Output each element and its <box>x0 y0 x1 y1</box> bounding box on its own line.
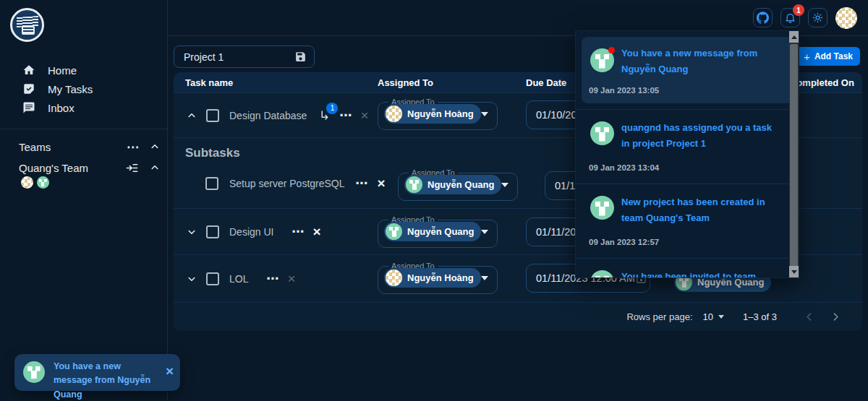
task-more-button[interactable]: ⋯ <box>266 272 279 285</box>
chevron-down-icon <box>501 183 509 187</box>
notification-time: 09 Jan 2023 12:57 <box>589 238 659 246</box>
scroll-up-button[interactable] <box>789 31 799 43</box>
chevron-down-icon <box>481 112 488 116</box>
assignee-name: Nguyễn Hoàng <box>407 272 474 283</box>
avatar-nguyen-quang <box>590 196 614 220</box>
task-more-button[interactable]: ⋯ <box>292 225 305 238</box>
team-row[interactable]: Quang's Team <box>0 160 167 176</box>
message-toast: You have a new message from Nguyễn Quang… <box>14 354 180 391</box>
sidebar-nav: Home My Tasks Inbox <box>0 61 167 117</box>
tasks-icon <box>22 82 35 95</box>
avatar-nguyen-quang <box>23 361 45 383</box>
notification-item[interactable]: You have a new message from Nguyễn Quang… <box>582 37 793 103</box>
user-avatar[interactable] <box>835 7 857 29</box>
avatar-nguyen-quang <box>590 270 614 278</box>
notification-item[interactable]: quangnd has assigned you a task in proje… <box>576 109 799 184</box>
sidebar-item-my-tasks[interactable]: My Tasks <box>0 79 167 98</box>
assigned-to-select[interactable]: Assigned To Nguyễn Hoàng <box>378 262 498 294</box>
pagination-range: 1–3 of 3 <box>743 311 777 322</box>
chevron-up-icon <box>185 109 198 122</box>
teams-section-header: Teams ⋯ <box>0 138 167 155</box>
add-task-button[interactable]: + Add Task <box>796 47 860 66</box>
avatar-nguyen-hoang[interactable] <box>21 176 33 189</box>
avatar-nguyen-quang[interactable] <box>37 176 49 189</box>
chevron-down-icon <box>185 272 198 285</box>
assigned-to-select[interactable]: Assigned To Nguyễn Hoàng <box>378 98 498 130</box>
subtask-delete-button[interactable]: × <box>378 176 386 190</box>
task-checkbox[interactable] <box>206 109 219 122</box>
notification-title: You have been invited to team Quang's <box>621 269 780 278</box>
completed-by-name: Nguyễn Quang <box>697 277 764 288</box>
team-open-board-button[interactable] <box>121 161 142 175</box>
task-name: LOL <box>229 273 248 285</box>
assigned-to-select[interactable]: Assigned To Nguyễn Quang <box>378 215 498 248</box>
notifications-button[interactable]: 1 <box>780 8 800 27</box>
chevron-left-icon <box>802 310 816 324</box>
notifications-dropdown: You have a new message from Nguyễn Quang… <box>575 30 799 278</box>
collapse-row-button[interactable] <box>185 109 198 122</box>
sidebar-item-inbox[interactable]: Inbox <box>0 98 167 117</box>
notification-title: quangnd has assigned you a task in proje… <box>621 120 780 152</box>
rows-per-page-label: Rows per page: <box>626 311 692 322</box>
subtask-more-button[interactable]: ⋯ <box>356 177 369 189</box>
subtask-checkbox[interactable] <box>205 177 218 190</box>
notification-item[interactable]: You have been invited to team Quang's <box>576 258 799 278</box>
avatar-nguyen-hoang <box>386 105 402 122</box>
expand-row-button[interactable] <box>185 225 198 238</box>
avatar-nguyen-quang <box>386 223 402 240</box>
task-delete-button[interactable]: × <box>287 272 295 285</box>
task-more-button[interactable]: ⋯ <box>339 109 352 121</box>
chevron-down-icon <box>481 276 488 280</box>
app-logo[interactable] <box>10 8 44 42</box>
home-icon <box>22 64 35 77</box>
previous-page-button[interactable] <box>796 310 822 324</box>
notification-time: 09 Jan 2023 13:04 <box>589 163 659 172</box>
assignee-name: Nguyễn Quang <box>407 226 474 237</box>
subtask-assigned-to-select[interactable]: Assigned To Nguyễn Quang <box>398 168 518 201</box>
notification-time: 09 Jan 2023 13:05 <box>589 86 659 95</box>
rows-per-page-select[interactable]: 10 <box>703 311 724 322</box>
subtask-count-button[interactable]: 1 <box>318 109 331 122</box>
team-collapse-button[interactable] <box>142 161 167 174</box>
avatar-nguyen-quang <box>590 48 614 72</box>
sidebar-item-home[interactable]: Home <box>0 61 167 79</box>
project-select[interactable]: Project 1 <box>174 46 315 68</box>
add-task-label: Add Task <box>814 51 853 61</box>
theme-toggle-button[interactable] <box>808 8 827 27</box>
team-member-avatars <box>21 176 49 189</box>
sidebar-divider <box>0 129 167 129</box>
subtasks-heading: Subtasks <box>185 146 240 160</box>
teams-label: Teams <box>19 141 51 153</box>
toast-close-button[interactable]: × <box>166 364 174 378</box>
scroll-down-button[interactable] <box>789 266 799 277</box>
expand-row-button[interactable] <box>185 272 198 285</box>
task-delete-button[interactable]: × <box>360 108 368 122</box>
teams-collapse-button[interactable] <box>142 140 167 153</box>
notification-title: New project has been created in team Qua… <box>621 194 780 226</box>
chevron-up-icon <box>148 161 161 174</box>
save-project-button[interactable] <box>294 51 307 63</box>
github-button[interactable] <box>753 8 773 27</box>
column-header-task-name: Task name <box>185 72 233 92</box>
task-checkbox[interactable] <box>206 272 219 285</box>
chevron-down-icon <box>185 225 198 238</box>
inbox-icon <box>22 101 35 114</box>
chevron-down-icon <box>481 230 488 234</box>
plus-icon: + <box>804 51 810 63</box>
sidebar: Home My Tasks Inbox Teams ⋯ Quang's Team <box>0 0 168 401</box>
task-delete-button[interactable]: × <box>312 225 320 238</box>
notification-item[interactable]: New project has been created in team Qua… <box>576 184 799 258</box>
task-name-cell: LOL ⋯ × <box>185 255 296 302</box>
rows-per-page-value: 10 <box>703 311 713 322</box>
github-icon <box>757 12 769 24</box>
assignee-chip: Nguyễn Hoàng <box>384 268 481 288</box>
task-checkbox[interactable] <box>206 225 219 238</box>
next-page-button[interactable] <box>822 310 849 324</box>
more-icon: ⋯ <box>127 141 140 153</box>
scrollbar-thumb[interactable] <box>790 44 798 267</box>
teams-more-button[interactable]: ⋯ <box>124 141 142 153</box>
task-name: Design Database <box>229 110 307 121</box>
avatar-nguyen-quang <box>590 121 614 145</box>
notifications-scrollbar <box>789 31 799 277</box>
chevron-up-icon <box>148 140 161 153</box>
